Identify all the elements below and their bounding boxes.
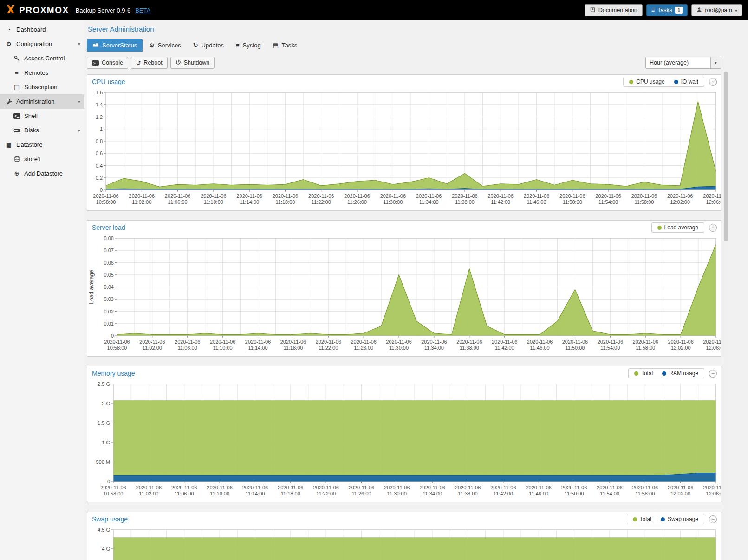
svg-text:11:26:00: 11:26:00 bbox=[347, 199, 367, 205]
svg-text:11:26:00: 11:26:00 bbox=[354, 345, 373, 351]
collapse-button[interactable]: − bbox=[709, 515, 717, 523]
chevron-down-icon: ▾ bbox=[735, 8, 737, 13]
svg-text:2020-11-06: 2020-11-06 bbox=[273, 193, 298, 199]
terminal-icon: >_ bbox=[13, 113, 20, 119]
svg-text:2020-11-06: 2020-11-06 bbox=[351, 339, 376, 345]
legend-item[interactable]: Load average bbox=[657, 224, 698, 231]
svg-text:2020-11-06: 2020-11-06 bbox=[527, 339, 553, 345]
svg-text:2020-11-06: 2020-11-06 bbox=[452, 193, 477, 199]
svg-text:11:50:00: 11:50:00 bbox=[563, 199, 582, 205]
svg-text:2020-11-06: 2020-11-06 bbox=[207, 485, 232, 490]
console-button[interactable]: >_ Console bbox=[87, 57, 128, 69]
sidebar-item-dashboard[interactable]: ◔ Dashboard bbox=[0, 22, 84, 37]
tab-syslog[interactable]: ≡ Syslog bbox=[230, 39, 267, 52]
tab-updates[interactable]: ↻ Updates bbox=[188, 39, 229, 52]
scrollbar[interactable] bbox=[723, 71, 728, 560]
tab-serverstatus[interactable]: ServerStatus bbox=[87, 39, 143, 52]
panel-title: Memory usage bbox=[92, 370, 628, 377]
beta-link[interactable]: BETA bbox=[135, 7, 150, 14]
svg-text:2020-11-06: 2020-11-06 bbox=[349, 485, 374, 490]
sidebar-item-administration[interactable]: Administration ▾ bbox=[0, 94, 84, 109]
sidebar-item-remotes[interactable]: ≡ Remotes bbox=[0, 65, 84, 80]
svg-text:2020-11-06: 2020-11-06 bbox=[384, 485, 410, 490]
svg-text:2020-11-06: 2020-11-06 bbox=[313, 485, 338, 490]
svg-text:11:46:00: 11:46:00 bbox=[529, 491, 548, 496]
svg-text:2020-11-06: 2020-11-06 bbox=[526, 485, 552, 490]
datastore-icon: ▦ bbox=[5, 141, 13, 148]
svg-text:2020-11-06: 2020-11-06 bbox=[703, 485, 721, 490]
svg-text:1.5 G: 1.5 G bbox=[98, 420, 110, 426]
sidebar-item-disks[interactable]: Disks ▸ bbox=[0, 123, 84, 137]
svg-text:2020-11-06: 2020-11-06 bbox=[129, 193, 155, 199]
svg-text:2020-11-06: 2020-11-06 bbox=[171, 485, 197, 490]
svg-text:2020-11-06: 2020-11-06 bbox=[598, 339, 623, 345]
logo-text: PROXMOX bbox=[19, 5, 69, 15]
tasks-button[interactable]: ≡ Tasks 1 bbox=[646, 4, 688, 16]
svg-text:11:26:00: 11:26:00 bbox=[351, 491, 371, 496]
sidebar-item-shell[interactable]: >_ Shell bbox=[0, 109, 84, 123]
svg-text:0.07: 0.07 bbox=[104, 247, 114, 253]
sidebar-item-store1[interactable]: store1 bbox=[0, 152, 84, 166]
svg-text:2020-11-06: 2020-11-06 bbox=[210, 339, 235, 345]
legend-item[interactable]: Total bbox=[634, 370, 653, 377]
svg-text:2020-11-06: 2020-11-06 bbox=[386, 339, 411, 345]
svg-text:11:06:00: 11:06:00 bbox=[175, 491, 194, 496]
time-range-select[interactable]: Hour (average) ▾ bbox=[645, 57, 721, 69]
shutdown-button[interactable]: Shutdown bbox=[170, 57, 215, 69]
svg-text:2020-11-06: 2020-11-06 bbox=[93, 193, 118, 199]
svg-text:2020-11-06: 2020-11-06 bbox=[456, 339, 482, 345]
documentation-button[interactable]: Documentation bbox=[585, 4, 643, 16]
panel-title: Server load bbox=[92, 224, 651, 231]
legend-item[interactable]: CPU usage bbox=[629, 78, 664, 85]
key-icon bbox=[13, 55, 20, 61]
svg-text:12:02:00: 12:02:00 bbox=[670, 199, 690, 205]
user-menu-button[interactable]: root@pam ▾ bbox=[691, 4, 742, 16]
svg-text:11:30:00: 11:30:00 bbox=[387, 491, 407, 496]
svg-text:12:06:00: 12:06:00 bbox=[706, 199, 721, 205]
legend-item[interactable]: Swap usage bbox=[661, 516, 698, 522]
gear-icon: ⚙ bbox=[5, 40, 13, 47]
svg-text:11:50:00: 11:50:00 bbox=[565, 345, 585, 351]
chart-legend: CPU usageIO wait bbox=[623, 77, 704, 87]
svg-text:10:58:00: 10:58:00 bbox=[96, 199, 116, 205]
svg-text:0.01: 0.01 bbox=[104, 321, 114, 326]
task-list-icon: ▤ bbox=[273, 42, 279, 49]
svg-text:11:54:00: 11:54:00 bbox=[600, 345, 620, 351]
svg-text:11:06:00: 11:06:00 bbox=[178, 345, 197, 351]
svg-text:2020-11-06: 2020-11-06 bbox=[492, 339, 517, 345]
proxmox-logo: PROXMOX bbox=[6, 5, 69, 16]
tab-services[interactable]: ⚙ Services bbox=[143, 39, 187, 52]
svg-text:11:30:00: 11:30:00 bbox=[389, 345, 409, 351]
page-title: Server Administration bbox=[88, 25, 748, 33]
tasks-count-badge: 1 bbox=[675, 7, 683, 14]
cpu-usage-chart: 00.20.40.60.811.21.41.62020-11-0610:58:0… bbox=[87, 89, 721, 210]
sidebar-item-access-control[interactable]: Access Control bbox=[0, 51, 84, 65]
svg-text:11:46:00: 11:46:00 bbox=[527, 199, 546, 205]
svg-text:2020-11-06: 2020-11-06 bbox=[242, 485, 268, 490]
svg-text:11:14:00: 11:14:00 bbox=[240, 199, 259, 205]
chart-legend: Load average bbox=[651, 222, 704, 233]
tab-tasks[interactable]: ▤ Tasks bbox=[267, 39, 303, 52]
svg-text:2020-11-06: 2020-11-06 bbox=[559, 193, 585, 199]
svg-text:2020-11-06: 2020-11-06 bbox=[562, 339, 588, 345]
sidebar-item-add-datastore[interactable]: ⊕ Add Datastore bbox=[0, 166, 84, 181]
gear-icon: ⚙ bbox=[149, 42, 155, 49]
collapse-button[interactable]: − bbox=[709, 224, 717, 232]
svg-text:11:46:00: 11:46:00 bbox=[530, 345, 550, 351]
scrollbar-thumb[interactable] bbox=[724, 72, 728, 241]
sidebar-item-datastore[interactable]: ▦ Datastore bbox=[0, 137, 84, 152]
legend-dot-icon bbox=[633, 517, 637, 521]
collapse-button[interactable]: − bbox=[709, 78, 717, 86]
collapse-button[interactable]: − bbox=[709, 370, 717, 378]
svg-text:2020-11-06: 2020-11-06 bbox=[245, 339, 271, 345]
svg-text:2020-11-06: 2020-11-06 bbox=[421, 339, 447, 345]
legend-item[interactable]: Total bbox=[633, 516, 651, 522]
svg-text:2020-11-06: 2020-11-06 bbox=[344, 193, 370, 199]
reboot-button[interactable]: ↺ Reboot bbox=[131, 57, 168, 69]
chart-legend: TotalSwap usage bbox=[627, 514, 704, 524]
sidebar-item-subscription[interactable]: ▤ Subscription bbox=[0, 80, 84, 94]
legend-item[interactable]: IO wait bbox=[674, 78, 698, 85]
legend-item[interactable]: RAM usage bbox=[662, 370, 698, 377]
sidebar-item-configuration[interactable]: ⚙ Configuration ▾ bbox=[0, 37, 84, 51]
swap-usage-chart: 0500 M1 G1.5 G2 G2.5 G3 G3.5 G4 G4.5 G20… bbox=[87, 526, 721, 560]
